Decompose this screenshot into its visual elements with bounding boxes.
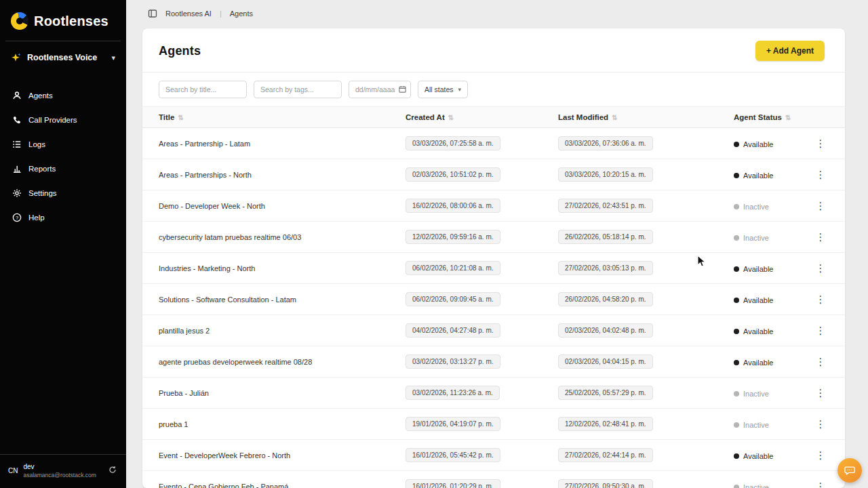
add-agent-button[interactable]: + Add Agent (755, 41, 825, 61)
status-cell: Inactive (734, 481, 802, 488)
status-label: Available (743, 265, 773, 273)
status-badge: Inactive (734, 390, 769, 398)
svg-text:?: ? (16, 215, 18, 221)
sidebar-item-settings[interactable]: Settings (0, 181, 126, 205)
status-label: Inactive (743, 203, 769, 211)
row-menu-button[interactable]: ⋮ (812, 198, 829, 214)
date-input[interactable] (349, 81, 411, 98)
sidebar-item-label: Agents (28, 92, 53, 100)
agent-title: Prueba - Julián (159, 389, 406, 397)
search-tags-input[interactable] (254, 81, 342, 98)
sort-icon: ⇅ (785, 114, 791, 121)
main-content: Rootlenses AI | Agents Agents + Add Agen… (126, 0, 868, 488)
column-label: Agent Status (734, 113, 782, 121)
status-cell: Available (734, 262, 802, 274)
last-modified-pill: 03/03/2026, 07:36:06 a. m. (558, 136, 653, 150)
filter-bar: All states ▾ (142, 73, 845, 106)
created-at-cell: 04/02/2026, 04:27:48 p. m. (406, 323, 558, 338)
status-dot-icon (734, 204, 739, 209)
status-dot-icon (734, 360, 739, 365)
created-at-cell: 06/02/2026, 09:09:45 a. m. (406, 292, 558, 306)
agent-title: plantilla jesus 2 (159, 327, 406, 335)
workspace-label: Rootlenses Voice (27, 53, 97, 62)
sidebar-item-logs[interactable]: Logs (0, 132, 126, 157)
last-modified-cell: 25/02/2026, 05:57:29 p. m. (558, 386, 734, 400)
status-cell: Inactive (734, 231, 802, 243)
column-label: Title (159, 113, 174, 121)
breadcrumb-app[interactable]: Rootlenses AI (165, 9, 212, 18)
created-at-pill: 04/02/2026, 04:27:48 p. m. (406, 323, 500, 338)
brand-logo: Rootlenses (0, 0, 126, 41)
table-row: Prueba - Julián 03/02/2026, 11:23:26 a. … (142, 378, 845, 409)
last-modified-pill: 27/02/2026, 02:43:51 p. m. (558, 199, 653, 213)
sidebar-item-reports[interactable]: Reports (0, 157, 126, 181)
workspace-selector[interactable]: Rootlenses Voice ▾ (0, 41, 126, 74)
column-header-agent-status[interactable]: Agent Status ⇅ (734, 113, 802, 121)
actions-cell: ⋮ (802, 260, 829, 277)
last-modified-pill: 26/02/2026, 05:18:14 p. m. (558, 230, 653, 244)
status-badge: Available (734, 296, 773, 304)
last-modified-pill: 27/02/2026, 03:05:13 p. m. (558, 261, 653, 275)
status-badge: Inactive (734, 421, 769, 429)
column-header-created-at[interactable]: Created At ⇅ (406, 113, 558, 121)
row-menu-button[interactable]: ⋮ (812, 167, 829, 183)
row-menu-button[interactable]: ⋮ (812, 416, 829, 432)
sidebar-item-agents[interactable]: Agents (0, 83, 126, 108)
created-at-cell: 02/03/2026, 10:51:02 p. m. (406, 167, 558, 182)
sidebar-nav: Agents Call Providers Logs Reports (0, 74, 126, 230)
table-row: Solutions - Software Consultation - Lata… (142, 284, 845, 315)
column-header-title[interactable]: Title ⇅ (159, 113, 406, 121)
breadcrumb-separator: | (220, 9, 222, 18)
agent-title: Areas - Partnership - Latam (159, 140, 406, 148)
agents-icon (12, 91, 22, 100)
column-label: Last Modified (558, 113, 608, 121)
created-at-cell: 03/03/2026, 07:25:58 a. m. (406, 136, 558, 150)
actions-cell: ⋮ (802, 323, 829, 339)
agent-title: cybersecurity latam pruebas realtime 06/… (159, 233, 406, 241)
status-dot-icon (734, 266, 739, 272)
status-label: Inactive (743, 390, 769, 398)
actions-cell: ⋮ (802, 229, 829, 245)
row-menu-button[interactable]: ⋮ (812, 291, 829, 308)
row-menu-button[interactable]: ⋮ (812, 323, 829, 339)
status-cell: Available (734, 169, 802, 181)
row-menu-button[interactable]: ⋮ (812, 447, 829, 464)
user-email: asalamanca@rootstack.com (23, 472, 96, 479)
agent-title: Solutions - Software Consultation - Lata… (159, 296, 406, 304)
last-modified-cell: 27/02/2026, 03:05:13 p. m. (558, 261, 734, 275)
switch-account-icon[interactable] (107, 464, 118, 477)
row-menu-button[interactable]: ⋮ (812, 260, 829, 277)
agent-title: prueba 1 (159, 420, 406, 428)
row-menu-button[interactable]: ⋮ (812, 479, 829, 488)
gear-icon (12, 188, 22, 198)
status-cell: Available (734, 356, 802, 368)
last-modified-cell: 26/02/2026, 04:58:20 p. m. (558, 292, 734, 306)
last-modified-pill: 26/02/2026, 04:58:20 p. m. (558, 292, 653, 306)
help-icon: ? (12, 213, 22, 222)
chat-bubble-icon (844, 464, 856, 476)
row-menu-button[interactable]: ⋮ (812, 136, 829, 152)
sidebar-item-label: Reports (28, 165, 56, 173)
breadcrumb-page: Agents (230, 9, 253, 18)
table-row: cybersecurity latam pruebas realtime 06/… (142, 222, 845, 253)
search-title-input[interactable] (159, 81, 247, 98)
created-at-pill: 16/01/2026, 05:45:42 p. m. (406, 448, 500, 462)
created-at-pill: 06/02/2026, 10:21:08 a. m. (406, 261, 500, 275)
column-header-last-modified[interactable]: Last Modified ⇅ (558, 113, 734, 121)
page-title: Agents (159, 44, 201, 58)
row-menu-button[interactable]: ⋮ (812, 229, 829, 245)
row-menu-button[interactable]: ⋮ (812, 354, 829, 370)
row-menu-button[interactable]: ⋮ (812, 385, 829, 401)
status-label: Available (743, 171, 773, 180)
status-dot-icon (734, 453, 739, 459)
status-label: Available (743, 452, 773, 460)
sidebar-item-call-providers[interactable]: Call Providers (0, 108, 126, 132)
sidebar-toggle-icon[interactable] (148, 9, 157, 18)
agent-title: agente pruebas developerweek realtime 08… (159, 358, 406, 366)
sidebar-item-help[interactable]: ? Help (0, 205, 126, 230)
agent-title: Industries - Marketing - North (159, 264, 406, 272)
actions-cell: ⋮ (802, 136, 829, 152)
status-label: Inactive (743, 421, 769, 429)
states-select[interactable]: All states ▾ (418, 81, 468, 98)
chat-widget-button[interactable] (837, 458, 862, 483)
